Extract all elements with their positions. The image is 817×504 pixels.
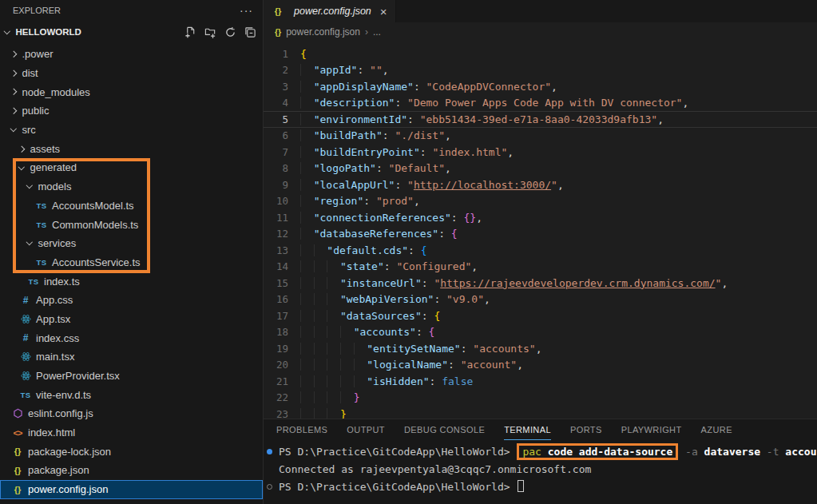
- code-line-23[interactable]: 23 }: [264, 406, 817, 419]
- line-number: 5: [264, 113, 300, 125]
- tree-item-label: index.ts: [44, 276, 80, 288]
- terminal-line-command[interactable]: PS D:\Practice\GitCodeApp\HelloWorld> pa…: [267, 442, 817, 460]
- typescript-file-icon: TS: [35, 220, 48, 229]
- tree-item-node-modules[interactable]: node_modules: [0, 82, 263, 101]
- code-line-12[interactable]: 12 "databaseReferences": {: [264, 226, 817, 243]
- code-line-19[interactable]: 19 "entitySetName": "accounts",: [264, 340, 817, 357]
- css-file-icon: #: [19, 295, 32, 306]
- tree-item-label: models: [38, 181, 72, 192]
- react-file-icon: [19, 371, 32, 381]
- code-line-15[interactable]: 15 "instanceUrl": "https://rajeevdevelop…: [264, 275, 817, 292]
- workspace-section-header[interactable]: HELLOWORLD: [0, 21, 263, 43]
- breadcrumb[interactable]: {} power.config.json › ...: [264, 22, 817, 42]
- code-line-8[interactable]: 8 "logoPath": "Default",: [264, 161, 817, 177]
- tree-item-generated[interactable]: generated: [0, 158, 263, 177]
- line-number: 23: [264, 408, 300, 419]
- collapse-all-icon[interactable]: [244, 26, 256, 38]
- tree-item-accountsmodel-ts[interactable]: TSAccountsModel.ts: [0, 196, 263, 216]
- tree-item-commonmodels-ts[interactable]: TSCommonModels.ts: [0, 215, 263, 234]
- tree-item-dist[interactable]: dist: [0, 64, 263, 83]
- terminal-prompt: PS D:\Practice\GitCodeApp\HelloWorld>: [279, 481, 516, 493]
- line-number: 14: [264, 260, 300, 272]
- command-pac: pac: [522, 446, 541, 458]
- tree-item-index-html[interactable]: <>index.html: [0, 423, 263, 442]
- tree-item-power-config-json[interactable]: {}power.config.json: [0, 480, 263, 499]
- flag-t: -t: [760, 446, 785, 458]
- eslint-file-icon: [11, 408, 24, 419]
- tree-item-index-css[interactable]: #index.css: [0, 328, 263, 347]
- tree-item-assets[interactable]: assets: [0, 139, 263, 158]
- tree-item-accountsservice-ts[interactable]: TSAccountsService.ts: [0, 253, 263, 272]
- code-line-1[interactable]: 1{: [264, 46, 817, 62]
- tree-item-public[interactable]: public: [0, 101, 263, 121]
- code-line-5[interactable]: 5 "environmentId": "ebb51434-39ed-e71a-8…: [264, 111, 817, 128]
- code-line-6[interactable]: 6 "buildPath": "./dist",: [264, 128, 817, 145]
- panel-tab-problems[interactable]: PROBLEMS: [276, 419, 327, 440]
- new-file-icon[interactable]: [184, 26, 196, 38]
- panel-tab-azure[interactable]: AZURE: [701, 419, 732, 440]
- code-line-22[interactable]: 22 }: [264, 390, 817, 407]
- new-folder-icon[interactable]: [204, 26, 216, 38]
- tree-item-label: CommonModels.ts: [52, 219, 138, 231]
- line-number: 16: [264, 293, 300, 305]
- tab-label: power.config.json: [294, 6, 371, 17]
- tree-item-package-lock-json[interactable]: {}package-lock.json: [0, 442, 263, 461]
- tree-item-label: index.html: [28, 427, 75, 439]
- tree-item-app-tsx[interactable]: App.tsx: [0, 310, 263, 329]
- tree-item-eslint-config-js[interactable]: eslint.config.js: [0, 404, 263, 423]
- explorer-sidebar: EXPLORER ··· HELLOWORLD: [0, 0, 264, 504]
- refresh-icon[interactable]: [224, 26, 236, 38]
- panel-tab-terminal[interactable]: TERMINAL: [504, 419, 551, 440]
- code-line-7[interactable]: 7 "buildEntryPoint": "index.html",: [264, 144, 817, 161]
- panel-tab-debug-console[interactable]: DEBUG CONSOLE: [404, 419, 485, 440]
- panel-tab-playwright[interactable]: PLAYWRIGHT: [621, 419, 682, 440]
- tree-item-index-ts[interactable]: TSindex.ts: [0, 272, 263, 291]
- code-line-2[interactable]: 2 "appId": "",: [264, 62, 817, 79]
- code-line-20[interactable]: 20 "logicalName": "account",: [264, 357, 817, 374]
- code-line-16[interactable]: 16 "webApiVersion": "v9.0",: [264, 292, 817, 308]
- breadcrumb-file[interactable]: power.config.json: [286, 26, 360, 38]
- code-line-10[interactable]: 10 "region": "prod",: [264, 193, 817, 210]
- line-number: 18: [264, 326, 300, 338]
- file-tree: .powerdistnode_modulespublicsrcassetsgen…: [0, 45, 263, 499]
- command-success-decoration-icon[interactable]: [267, 449, 272, 454]
- close-tab-icon[interactable]: ×: [380, 6, 387, 18]
- panel-tab-output[interactable]: OUTPUT: [347, 419, 385, 440]
- flag-t-value: account: [785, 446, 817, 458]
- tree-item-models[interactable]: models: [0, 177, 263, 196]
- tree-item-vite-env-d-ts[interactable]: TSvite-env.d.ts: [0, 385, 263, 404]
- breadcrumb-tail[interactable]: ...: [373, 26, 381, 38]
- tree-item-powerprovider-tsx[interactable]: PowerProvider.tsx: [0, 367, 263, 386]
- code-line-14[interactable]: 14 "state": "Configured",: [264, 259, 817, 276]
- line-number: 11: [264, 212, 300, 224]
- typescript-file-icon: TS: [19, 391, 32, 399]
- line-number: 10: [264, 195, 300, 207]
- tree-item-app-css[interactable]: #App.css: [0, 291, 263, 310]
- terminal[interactable]: PS D:\Practice\GitCodeApp\HelloWorld> pa…: [264, 440, 817, 504]
- chevron-down-icon: [10, 125, 17, 132]
- panel-tab-ports[interactable]: PORTS: [570, 419, 602, 440]
- code-line-17[interactable]: 17 "dataSources": {: [264, 308, 817, 324]
- code-line-11[interactable]: 11 "connectionReferences": {},: [264, 209, 817, 226]
- typescript-file-icon: TS: [35, 201, 48, 210]
- code-line-13[interactable]: 13 "default.cds": {: [264, 242, 817, 259]
- tree-item-services[interactable]: services: [0, 234, 263, 253]
- tree-item-src[interactable]: src: [0, 121, 263, 140]
- tree-item-main-tsx[interactable]: main.tsx: [0, 347, 263, 367]
- terminal-line-prompt[interactable]: PS D:\Practice\GitCodeApp\HelloWorld>: [267, 478, 817, 495]
- code-line-9[interactable]: 9 "localAppUrl": "http://localhost:3000/…: [264, 177, 817, 193]
- json-file-icon: {}: [11, 466, 24, 475]
- tree-item-label: package-lock.json: [28, 446, 111, 458]
- workspace-name: HELLOWORLD: [16, 27, 81, 37]
- tree-item-package-json[interactable]: {}package.json: [0, 461, 263, 480]
- tab-power-config-json[interactable]: {} power.config.json ×: [264, 0, 396, 22]
- code-line-3[interactable]: 3 "appDisplayName": "CodeAppDVConnector"…: [264, 78, 817, 95]
- more-actions-icon[interactable]: ···: [240, 4, 253, 17]
- html-file-icon: <>: [11, 428, 24, 438]
- line-number: 3: [264, 81, 300, 93]
- code-editor[interactable]: 1{2 "appId": "",3 "appDisplayName": "Cod…: [264, 42, 817, 419]
- code-line-18[interactable]: 18 "accounts": {: [264, 324, 817, 341]
- tree-item--power[interactable]: .power: [0, 45, 263, 64]
- code-line-4[interactable]: 4 "description": "Demo Power Apps Code A…: [264, 95, 817, 112]
- code-line-21[interactable]: 21 "isHidden": false: [264, 373, 817, 390]
